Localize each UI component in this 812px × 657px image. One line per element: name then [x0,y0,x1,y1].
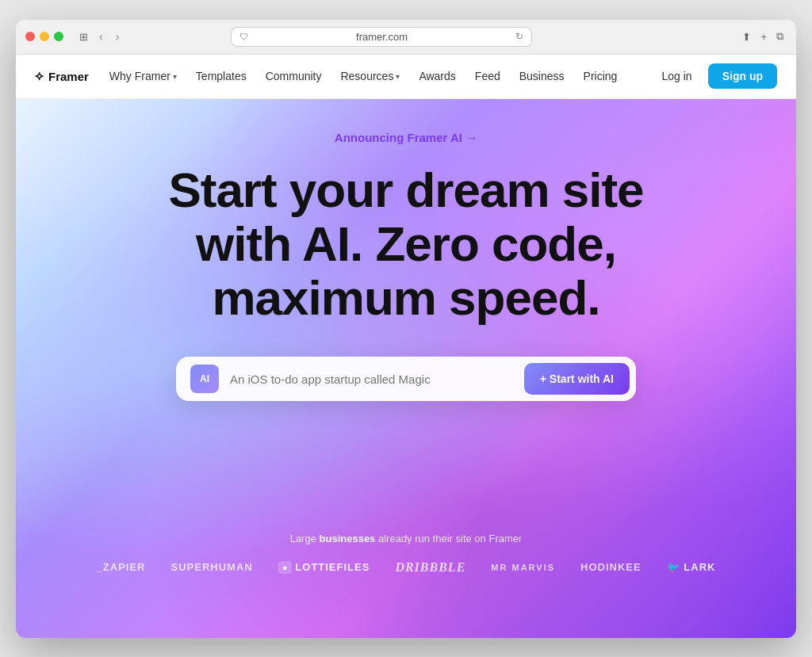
nav-why-framer[interactable]: Why Framer ▾ [102,65,185,87]
new-tab-button[interactable]: + [757,28,770,46]
social-proof-text: Large businesses already run their site … [32,533,780,544]
nav-feed[interactable]: Feed [467,65,508,87]
nav-right: Log in Sign up [653,63,777,89]
nav-templates[interactable]: Templates [188,65,255,87]
share-button[interactable]: ⬆ [739,28,754,46]
forward-button[interactable]: › [111,27,124,46]
social-proof-section: Large businesses already run their site … [32,485,780,575]
nav-logo-text: Framer [48,70,89,83]
url-text: framer.com [253,31,511,43]
logo-lottiefiles: ● LottieFiles [278,561,370,574]
logo-zapier: _zapier [97,561,146,573]
nav-awards[interactable]: Awards [411,65,463,87]
refresh-icon: ↻ [515,31,523,42]
start-with-ai-button[interactable]: + Start with AI [524,363,630,395]
browser-right-buttons: ⬆ + ⧉ [739,27,787,46]
ai-prompt-input[interactable] [227,366,524,392]
signup-button[interactable]: Sign up [708,63,777,89]
nav-business[interactable]: Business [511,65,573,87]
chevron-down-icon: ▾ [173,72,177,81]
site-nav: ⟡ Framer Why Framer ▾ Templates Communit… [16,55,796,99]
logo-lark: 🐦 Lark [667,561,716,573]
dot-maximize[interactable] [54,32,63,41]
security-icon: 🛡 [239,32,248,41]
logo-dribbble: Dribbble [395,560,465,575]
announcement-text: Announcing Framer AI → [335,131,477,144]
logo-mr-marvis: MR MARVIS [491,563,555,572]
window-tile-button[interactable]: ⊞ [76,28,91,46]
nav-resources[interactable]: Resources ▾ [332,65,408,87]
address-bar[interactable]: 🛡 framer.com ↻ [231,27,532,47]
login-button[interactable]: Log in [653,65,702,87]
chevron-down-icon-resources: ▾ [396,72,400,81]
framer-logo-icon: ⟡ [35,69,44,83]
logo-superhuman: SUPERHUMAN [171,561,253,573]
ai-search-container: AI + Start with AI [176,357,636,401]
nav-pricing[interactable]: Pricing [576,65,626,87]
tabs-button[interactable]: ⧉ [773,27,787,46]
back-button[interactable]: ‹ [94,27,108,46]
nav-logo[interactable]: ⟡ Framer [35,69,89,83]
hero-title: Start your dream site with AI. Zero code… [168,163,643,326]
announcement-banner[interactable]: Announcing Framer AI → [335,131,477,144]
lottiefiles-box: ● [278,561,293,574]
ai-icon: AI [190,365,219,393]
browser-nav-buttons: ⊞ ‹ › [76,27,124,46]
browser-dots [25,32,63,41]
dot-minimize[interactable] [40,32,49,41]
logos-row: _zapier SUPERHUMAN ● LottieFiles Dribbbl… [32,560,780,575]
nav-community[interactable]: Community [258,65,330,87]
nav-links: Why Framer ▾ Templates Community Resourc… [102,65,653,87]
browser-titlebar: ⊞ ‹ › 🛡 framer.com ↻ ⬆ + ⧉ [16,20,796,55]
hero-section: Announcing Framer AI → Start your dream … [16,99,796,638]
browser-window: ⊞ ‹ › 🛡 framer.com ↻ ⬆ + ⧉ ⟡ Framer Why … [16,20,796,638]
logo-hodinkee: HODINKEE [580,561,642,573]
dot-close[interactable] [25,32,35,41]
